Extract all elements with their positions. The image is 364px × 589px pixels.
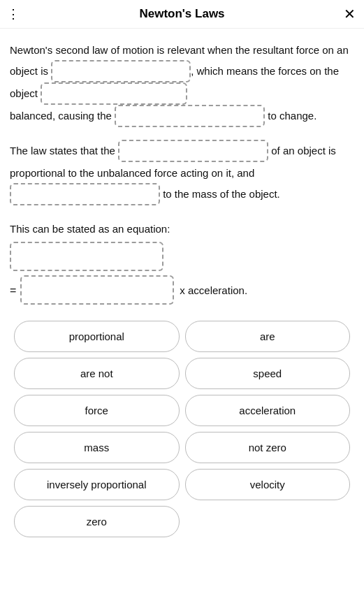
para3-text1: This can be stated as an equation: [10, 223, 170, 235]
paragraph-3: This can be stated as an equation: = x a… [10, 219, 354, 305]
equals-sign: = [10, 279, 16, 302]
drop-box-1[interactable] [51, 60, 191, 82]
word-btn-not-zero[interactable]: not zero [185, 432, 351, 463]
word-btn-inversely-proportional[interactable]: inversely proportional [14, 469, 180, 500]
word-btn-mass[interactable]: mass [14, 432, 180, 463]
word-btn-zero[interactable]: zero [14, 506, 180, 537]
word-btn-are[interactable]: are [185, 321, 351, 352]
word-btn-force[interactable]: force [14, 395, 180, 426]
para1-text4: to change. [268, 110, 316, 122]
word-btn-acceleration[interactable]: acceleration [185, 395, 351, 426]
main-content: Newton's second law of motion is relevan… [0, 29, 364, 544]
equation-row: = x acceleration. [10, 276, 354, 305]
drop-box-6[interactable] [10, 242, 163, 271]
header: ⋮ Newton's Laws ✕ [0, 0, 364, 29]
word-btn-are-not[interactable]: are not [14, 358, 180, 389]
drop-box-4[interactable] [118, 140, 268, 162]
word-btn-velocity[interactable]: velocity [185, 469, 351, 500]
drop-box-7[interactable] [20, 275, 174, 305]
close-icon[interactable]: ✕ [344, 6, 356, 22]
drop-box-5[interactable] [10, 183, 160, 205]
word-btn-speed[interactable]: speed [185, 358, 351, 389]
menu-icon[interactable]: ⋮ [7, 6, 20, 22]
paragraph-2: The law states that the of an object is … [10, 140, 354, 206]
word-bank: proportional are are not speed force acc… [10, 321, 354, 537]
para2-text1: The law states that the [10, 145, 115, 157]
paragraph-1: Newton's second law of motion is relevan… [10, 40, 354, 128]
page-title: Newton's Laws [139, 7, 224, 21]
para2-text3: to the mass of the object. [163, 188, 280, 200]
drop-box-3[interactable] [115, 105, 265, 127]
equation-text: x acceleration. [180, 280, 247, 301]
para1-text3: balanced, causing the [10, 110, 112, 122]
word-btn-proportional[interactable]: proportional [14, 321, 180, 352]
drop-box-2[interactable] [41, 82, 187, 105]
